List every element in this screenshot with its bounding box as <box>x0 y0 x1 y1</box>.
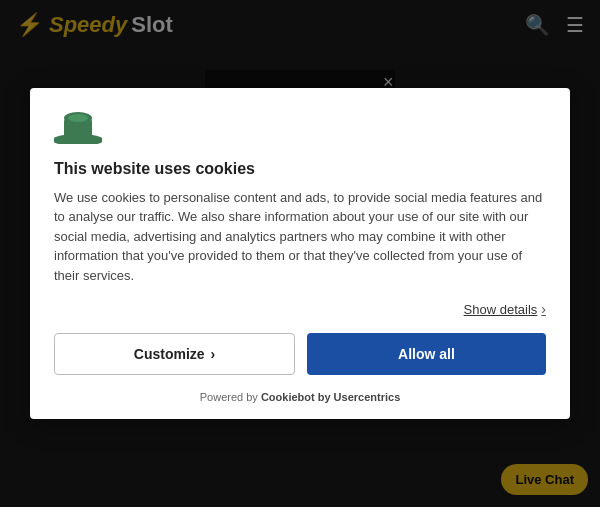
allow-all-button[interactable]: Allow all <box>307 333 546 375</box>
cookie-powered-by: Powered by Cookiebot by Usercentrics <box>54 391 546 403</box>
cookie-overlay: This website uses cookies We use cookies… <box>0 0 600 507</box>
customize-arrow-icon: › <box>211 346 216 362</box>
customize-button[interactable]: Customize › <box>54 333 295 375</box>
show-details-link[interactable]: Show details › <box>54 301 546 317</box>
cookiebot-logo <box>54 112 546 148</box>
cookie-action-buttons: Customize › Allow all <box>54 333 546 375</box>
cookie-modal: This website uses cookies We use cookies… <box>30 88 570 420</box>
cookie-title: This website uses cookies <box>54 160 546 178</box>
show-details-label: Show details <box>464 302 538 317</box>
cookiebot-link[interactable]: Cookiebot by Usercentrics <box>261 391 400 403</box>
powered-by-text: Powered by <box>200 391 258 403</box>
cookiebot-hat-icon <box>54 112 102 144</box>
show-details-chevron-icon: › <box>541 301 546 317</box>
svg-point-3 <box>68 114 88 122</box>
cookie-description: We use cookies to personalise content an… <box>54 188 546 286</box>
customize-label: Customize <box>134 346 205 362</box>
